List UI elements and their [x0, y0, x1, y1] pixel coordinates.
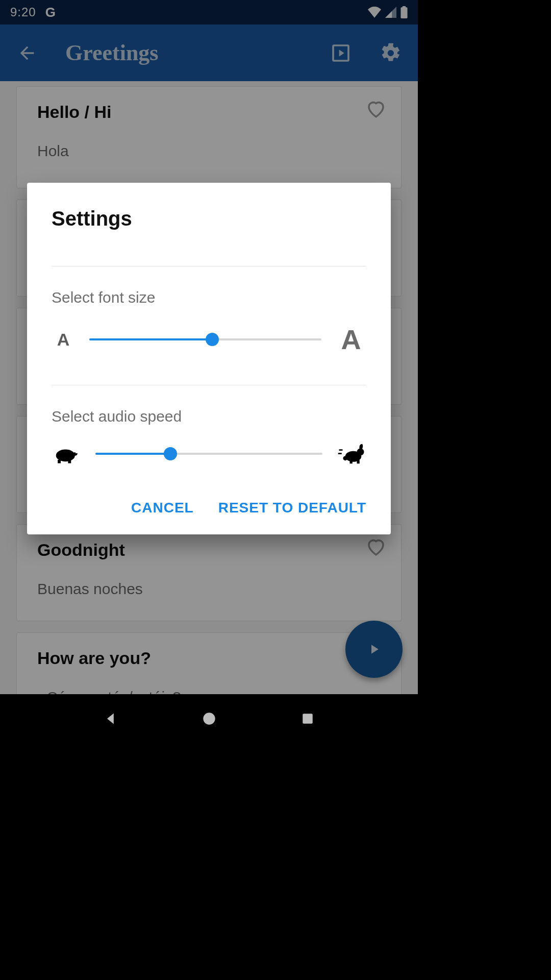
turtle-icon — [52, 444, 81, 464]
audio-speed-section: Select audio speed — [52, 385, 366, 482]
font-size-label: Select font size — [52, 289, 366, 306]
nav-recent-button[interactable] — [295, 706, 320, 731]
rabbit-icon — [337, 443, 366, 465]
font-size-slider[interactable] — [89, 333, 321, 346]
svg-rect-12 — [339, 449, 343, 451]
font-size-section: Select font size A A — [52, 266, 366, 373]
svg-rect-11 — [357, 460, 360, 463]
audio-speed-slider[interactable] — [95, 448, 322, 460]
svg-point-3 — [56, 450, 75, 462]
font-small-icon: A — [52, 330, 75, 350]
font-large-icon: A — [336, 324, 366, 355]
cancel-button[interactable]: CANCEL — [131, 500, 194, 516]
system-nav-bar — [0, 694, 418, 743]
svg-point-9 — [343, 456, 347, 460]
svg-rect-15 — [303, 714, 313, 724]
svg-point-14 — [203, 713, 215, 724]
nav-home-button[interactable] — [197, 706, 221, 731]
svg-rect-13 — [338, 453, 342, 454]
settings-dialog: Settings Select font size A A Select aud… — [27, 183, 391, 534]
audio-speed-label: Select audio speed — [52, 408, 366, 425]
reset-button[interactable]: RESET TO DEFAULT — [218, 500, 366, 516]
svg-rect-5 — [58, 460, 61, 463]
svg-point-4 — [76, 452, 77, 453]
svg-rect-10 — [350, 460, 353, 463]
dialog-title: Settings — [52, 207, 366, 230]
nav-back-button[interactable] — [98, 706, 123, 731]
svg-rect-6 — [68, 460, 71, 463]
